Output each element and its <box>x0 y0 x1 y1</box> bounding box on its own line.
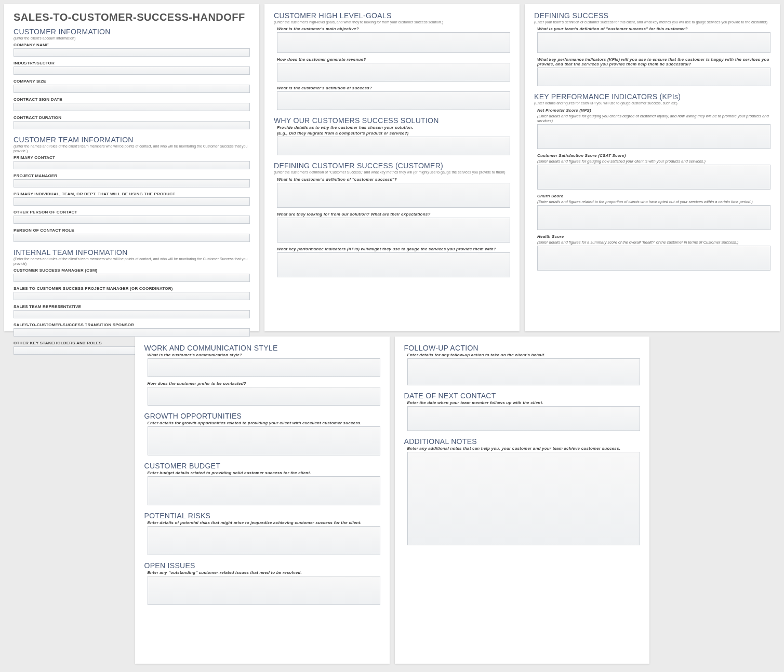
input-churn[interactable] <box>537 205 770 230</box>
input-pref-contact[interactable] <box>148 387 380 406</box>
input-industry[interactable] <box>14 66 250 75</box>
label-contact-role: PERSON OF CONTACT ROLE <box>14 228 250 233</box>
input-followup[interactable] <box>407 358 640 385</box>
input-next-date[interactable] <box>407 406 640 431</box>
input-contact-role[interactable] <box>14 234 250 242</box>
section-title: DEFINING CUSTOMER SUCCESS (CUSTOMER) <box>274 162 510 170</box>
label-main-objective: What is the customer's main objective? <box>277 26 510 31</box>
input-kpi-gauge[interactable] <box>277 252 510 277</box>
doc-title: SALES-TO-CUSTOMER-SUCCESS-HANDOFF <box>14 11 250 23</box>
section-followup: FOLLOW-UP ACTION Enter details for any f… <box>404 344 640 385</box>
input-comm-style[interactable] <box>148 358 380 377</box>
input-team-kpi[interactable] <box>537 68 770 86</box>
input-def-success[interactable] <box>277 91 510 110</box>
section-desc: (Enter the names and roles of the client… <box>14 257 250 266</box>
label-revenue: How does the customer generate revenue? <box>277 57 510 62</box>
input-company-size[interactable] <box>14 85 250 93</box>
section-title: KEY PERFORMANCE INDICATORS (KPIs) <box>534 92 770 101</box>
input-pm[interactable] <box>14 292 250 300</box>
label-def-success: What is the customer's definition of suc… <box>277 86 510 90</box>
section-growth: GROWTH OPPORTUNITIES Enter details for g… <box>144 412 380 455</box>
input-team-def[interactable] <box>537 32 770 53</box>
input-notes[interactable] <box>407 452 640 545</box>
section-why-solution: WHY OUR CUSTOMERS SUCCESS SOLUTION Provi… <box>274 116 510 155</box>
card-followup-notes: FOLLOW-UP ACTION Enter details for any f… <box>395 337 649 664</box>
label-pm: SALES-TO-CUSTOMER-SUCCESS PROJECT MANAGE… <box>14 286 250 291</box>
section-desc: (Enter details and figures for each KPI … <box>534 101 770 105</box>
input-health[interactable] <box>537 246 770 271</box>
card-defining-kpis: DEFINING SUCCESS (Enter your team's defi… <box>525 4 780 331</box>
input-revenue[interactable] <box>277 63 510 82</box>
input-nps[interactable] <box>537 124 770 149</box>
label-next-date: Enter the date when your team member fol… <box>407 400 640 405</box>
label-comm-style: What is the customer's communication sty… <box>148 353 380 357</box>
section-desc: (Enter the client's account information) <box>14 36 250 41</box>
section-kpis: KEY PERFORMANCE INDICATORS (KPIs) (Enter… <box>534 92 770 270</box>
input-sign-date[interactable] <box>14 103 250 111</box>
label-expectations: What are they looking for from our solut… <box>277 212 510 217</box>
input-issues[interactable] <box>148 576 380 605</box>
label-why-a: Provide details as to why the customer h… <box>277 125 510 130</box>
desc-nps: (Enter details and figures for gauging y… <box>537 114 770 123</box>
section-budget: CUSTOMER BUDGET Enter budget details rel… <box>144 462 380 505</box>
input-expectations[interactable] <box>277 218 510 243</box>
label-duration: CONTRACT DURATION <box>14 115 250 120</box>
section-high-level-goals: CUSTOMER HIGH LEVEL-GOALS (Enter the cus… <box>274 11 510 110</box>
section-customer-team: CUSTOMER TEAM INFORMATION (Enter the nam… <box>14 136 250 242</box>
label-industry: INDUSTRY/SECTOR <box>14 61 250 65</box>
desc-health: (Enter details and figures for a summary… <box>537 240 770 245</box>
desc-csat: (Enter details and figures for gauging h… <box>537 159 770 164</box>
card-work-growth: WORK AND COMMUNICATION STYLE What is the… <box>135 337 390 664</box>
section-title: CUSTOMER TEAM INFORMATION <box>14 136 250 144</box>
label-health: Health Score <box>537 234 770 239</box>
input-main-objective[interactable] <box>277 32 510 53</box>
section-title: DATE OF NEXT CONTACT <box>404 392 640 400</box>
label-sales-rep: SALES TEAM REPRESENTATIVE <box>14 304 250 309</box>
input-csat[interactable] <box>537 165 770 190</box>
section-defining-success: DEFINING SUCCESS (Enter your team's defi… <box>534 11 770 86</box>
label-csat: Customer Satisfaction Score (CSAT Score) <box>537 153 770 158</box>
section-title: WHY OUR CUSTOMERS SUCCESS SOLUTION <box>274 116 510 125</box>
section-desc: (Enter your team's definition of custome… <box>534 20 770 24</box>
label-risks: Enter details of potential risks that mi… <box>148 520 380 525</box>
input-growth[interactable] <box>148 426 380 455</box>
input-primary-user[interactable] <box>14 197 250 206</box>
section-desc: (Enter the customer's high-level goals, … <box>274 20 510 24</box>
section-title: DEFINING SUCCESS <box>534 11 770 20</box>
label-why-b: (E.g., Did they migrate from a competito… <box>277 131 510 136</box>
section-issues: OPEN ISSUES Enter any "outstanding" cust… <box>144 561 380 605</box>
label-budget: Enter budget details related to providin… <box>148 471 380 475</box>
section-next-contact: DATE OF NEXT CONTACT Enter the date when… <box>404 392 640 431</box>
section-desc: (Enter the customer's definition of "Cus… <box>274 170 510 174</box>
input-project-manager[interactable] <box>14 179 250 187</box>
label-issues: Enter any "outstanding" customer-related… <box>148 570 380 575</box>
desc-churn: (Enter details and figures related to th… <box>537 199 770 204</box>
input-budget[interactable] <box>148 476 380 505</box>
label-team-def: What is your team's definition of "custo… <box>537 26 770 31</box>
input-cust-def[interactable] <box>277 183 510 208</box>
label-project-manager: PROJECT MANAGER <box>14 173 250 178</box>
input-sales-rep[interactable] <box>14 310 250 318</box>
section-customer-info: CUSTOMER INFORMATION (Enter the client's… <box>14 28 250 129</box>
card-customer-internal: SALES-TO-CUSTOMER-SUCCESS-HANDOFF CUSTOM… <box>4 4 259 331</box>
section-title: ADDITIONAL NOTES <box>404 437 640 446</box>
label-cust-def: What is the customer's definition of "cu… <box>277 177 510 182</box>
section-title: CUSTOMER HIGH LEVEL-GOALS <box>274 11 510 20</box>
input-sponsor[interactable] <box>14 328 250 337</box>
input-primary-contact[interactable] <box>14 161 250 169</box>
input-other-contact[interactable] <box>14 216 250 224</box>
label-team-kpi: What key performance indicators (KPIs) w… <box>537 57 770 66</box>
section-comm-style: WORK AND COMMUNICATION STYLE What is the… <box>144 344 380 406</box>
label-company-size: COMPANY SIZE <box>14 79 250 84</box>
section-title: GROWTH OPPORTUNITIES <box>144 412 380 420</box>
input-csm[interactable] <box>14 274 250 282</box>
section-title: OPEN ISSUES <box>144 561 380 570</box>
label-other-contact: OTHER PERSON OF CONTACT <box>14 210 250 214</box>
section-desc: (Enter the names and roles of the client… <box>14 144 250 153</box>
input-company-name[interactable] <box>14 48 250 57</box>
label-company-name: COMPANY NAME <box>14 43 250 47</box>
input-duration[interactable] <box>14 121 250 129</box>
input-why[interactable] <box>277 137 510 155</box>
input-risks[interactable] <box>148 526 380 555</box>
section-notes: ADDITIONAL NOTES Enter any additional no… <box>404 437 640 545</box>
